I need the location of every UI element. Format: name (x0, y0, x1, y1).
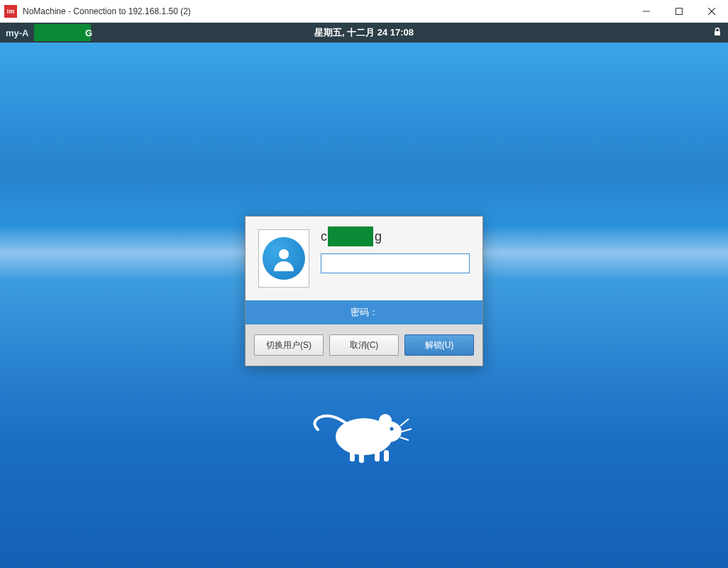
username-prefix: c (321, 229, 327, 244)
svg-point-16 (390, 427, 394, 431)
remote-desktop: c g 密码： 切换用户(S) 取消(C) 解锁(U) (0, 43, 728, 568)
svg-line-15 (400, 437, 409, 440)
dialog-top: c g (246, 217, 482, 300)
hostname-prefix: my-A (6, 28, 29, 38)
password-input[interactable] (321, 253, 470, 273)
svg-rect-9 (350, 449, 355, 462)
svg-line-13 (400, 419, 409, 426)
svg-point-8 (379, 414, 392, 427)
close-button[interactable] (695, 0, 728, 22)
svg-line-14 (402, 429, 412, 432)
window-titlebar: !m NoMachine - Connection to 192.168.1.5… (0, 0, 728, 23)
svg-rect-11 (375, 449, 380, 462)
svg-point-5 (279, 249, 289, 259)
cancel-button[interactable]: 取消(C) (329, 334, 399, 356)
lock-icon[interactable] (712, 27, 722, 39)
svg-rect-4 (715, 31, 720, 36)
avatar-icon (263, 237, 305, 280)
username-redaction (328, 226, 373, 246)
window-controls (630, 0, 728, 22)
svg-rect-12 (384, 450, 389, 462)
password-label-bar: 密码： (246, 300, 482, 324)
xfce-mouse-logo (311, 398, 417, 479)
hostname-suffix: G (85, 28, 92, 38)
datetime-label: 星期五, 十二月 24 17:08 (314, 26, 414, 39)
svg-rect-10 (359, 450, 364, 463)
login-fields: c g (321, 229, 470, 273)
switch-user-button[interactable]: 切换用户(S) (254, 334, 324, 356)
nomachine-icon: !m (4, 5, 17, 18)
unlock-dialog: c g 密码： 切换用户(S) 取消(C) 解锁(U) (245, 216, 483, 366)
dialog-buttons: 切换用户(S) 取消(C) 解锁(U) (246, 324, 482, 366)
hostname-redaction (34, 24, 91, 41)
username-label: c g (321, 229, 470, 246)
unlock-button[interactable]: 解锁(U) (404, 334, 474, 356)
minimize-button[interactable] (630, 0, 663, 22)
avatar (258, 229, 309, 288)
svg-rect-1 (676, 8, 683, 14)
username-suffix: g (375, 229, 382, 244)
window-title: NoMachine - Connection to 192.168.1.50 (… (23, 6, 191, 16)
maximize-button[interactable] (663, 0, 695, 22)
remote-session-bar: my-A G 星期五, 十二月 24 17:08 (0, 23, 728, 43)
